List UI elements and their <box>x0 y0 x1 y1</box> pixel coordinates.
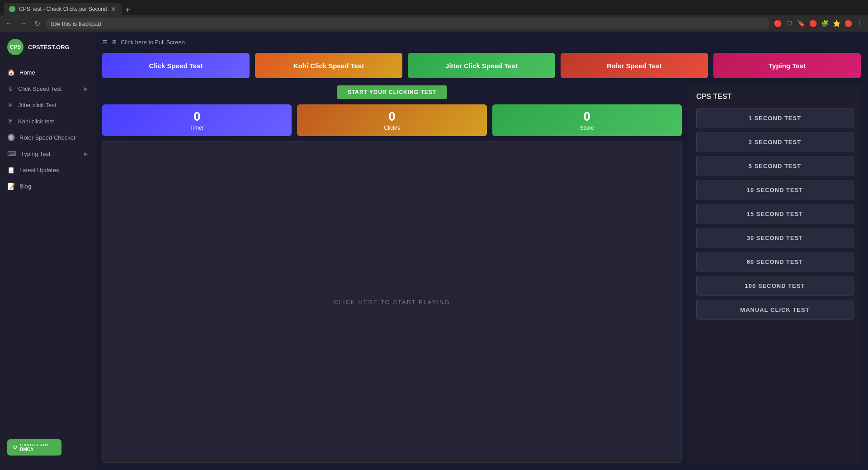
cps-test-title: CPS TEST <box>696 93 854 101</box>
timer-value: 0 <box>193 109 201 124</box>
timer-label: Timer <box>190 125 204 131</box>
dmca-badge[interactable]: 🛡 PROTECTED BY DMCA <box>7 439 61 456</box>
score-value: 0 <box>584 109 591 124</box>
keyboard-icon: ⌨ <box>7 150 16 157</box>
sidebar-item-typing[interactable]: ⌨ Typing Test ▶ <box>0 146 95 162</box>
clicks-label: Click/s <box>384 125 400 131</box>
sidebar-item-jitter-click[interactable]: 🖱 Jitter click Test <box>0 97 95 113</box>
menu-button[interactable]: ⋮ <box>855 19 864 28</box>
test-btn-manual[interactable]: MANUAL CLICK TEST <box>696 300 854 320</box>
monitor-icon: 🖥 <box>111 39 117 46</box>
nav-card-kohi[interactable]: Kohi Click Speed Test <box>255 53 402 78</box>
roler-icon: 🔘 <box>7 134 15 141</box>
click-icon-2: 🖱 <box>7 101 14 108</box>
content-topbar: ☰ 🖥 Click here to Full Screen <box>102 39 861 46</box>
nav-card-typing[interactable]: Typing Test <box>713 53 861 78</box>
sidebar-item-blog[interactable]: 📝 Blog <box>0 178 95 194</box>
test-btn-15sec[interactable]: 15 SECOND TEST <box>696 204 854 224</box>
test-area-wrapper: START YOUR CLICKING TEST 0 Timer 0 Click… <box>102 85 861 463</box>
extension-icon-4[interactable]: 🔴 <box>808 19 817 28</box>
tab-bar: CPS Test - Check Clicks per Second ✕ + <box>0 0 868 15</box>
address-bar: ← → ↻ btw this is trackpad 🔴 🛡 🔖 🔴 🧩 ⭐ 🔴… <box>0 15 868 32</box>
sidebar-item-kohi-click[interactable]: 🖱 Kohi click test <box>0 113 95 129</box>
test-btn-10sec[interactable]: 10 SECOND TEST <box>696 180 854 200</box>
sidebar-item-latest-updates[interactable]: 📋 Latest Updates <box>0 162 95 178</box>
test-btn-2sec[interactable]: 2 SECOND TEST <box>696 132 854 152</box>
extension-icon-5[interactable]: 🧩 <box>820 19 829 28</box>
browser-chrome: CPS Test - Check Clicks per Second ✕ + ←… <box>0 0 868 32</box>
tab-close-button[interactable]: ✕ <box>111 5 116 13</box>
test-btn-30sec[interactable]: 30 SECOND TEST <box>696 228 854 248</box>
logo-icon: CPS <box>7 39 24 55</box>
extension-icon-6[interactable]: ⭐ <box>832 19 841 28</box>
sidebar-footer: 🛡 PROTECTED BY DMCA <box>0 432 95 463</box>
fullscreen-link[interactable]: Click here to Full Screen <box>121 39 185 46</box>
extension-icon-7[interactable]: 🔴 <box>844 19 853 28</box>
tab-favicon <box>9 6 15 12</box>
dmca-icon: 🛡 <box>13 445 17 450</box>
sidebar-item-click-speed-test[interactable]: 🖱 Click Speed Test ▶ <box>0 80 95 97</box>
start-btn-row: START YOUR CLICKING TEST <box>102 85 682 99</box>
sidebar-logo: CPS CPSTEST.ORG <box>0 39 95 64</box>
sidebar-label-jitter: Jitter click Test <box>18 102 56 108</box>
nav-cards: Click Speed Test Kohi Click Speed Test J… <box>102 53 861 78</box>
sidebar-label-typing: Typing Test <box>21 150 51 157</box>
extension-icon-2[interactable]: 🛡 <box>785 19 794 28</box>
main-content: ☰ 🖥 Click here to Full Screen Click Spee… <box>95 32 868 470</box>
score-label: Score <box>580 125 594 131</box>
sidebar-label-roler: Roler Speed Checker <box>19 134 75 141</box>
tab-title: CPS Test - Check Clicks per Second <box>19 6 107 12</box>
sidebar-item-home[interactable]: 🏠 Home <box>0 64 95 80</box>
sidebar-label-updates: Latest Updates <box>19 167 59 174</box>
sidebar-label-kohi: Kohi click test <box>18 118 54 125</box>
test-btn-100sec[interactable]: 100 SECOND TEST <box>696 276 854 296</box>
test-area: START YOUR CLICKING TEST 0 Timer 0 Click… <box>102 85 682 463</box>
sidebar-item-roler[interactable]: 🔘 Roler Speed Checker <box>0 129 95 146</box>
test-btn-1sec[interactable]: 1 SECOND TEST <box>696 108 854 128</box>
blog-icon: 📝 <box>7 183 15 190</box>
click-area-text: CLICK HERE TO START PLAYING <box>334 299 450 306</box>
new-tab-button[interactable]: + <box>122 5 134 15</box>
clicks-value: 0 <box>388 109 396 124</box>
dmca-line2: DMCA <box>20 447 48 452</box>
chevron-icon-2: ▶ <box>84 151 88 157</box>
toolbar-icons: 🔴 🛡 🔖 🔴 🧩 ⭐ 🔴 ⋮ <box>773 19 864 28</box>
test-btn-5sec[interactable]: 5 SECOND TEST <box>696 156 854 176</box>
sidebar-nav: 🏠 Home 🖱 Click Speed Test ▶ 🖱 Jitter cli… <box>0 64 95 432</box>
nav-card-roler[interactable]: Roler Speed Test <box>561 53 708 78</box>
sidebar-label-blog: Blog <box>19 183 31 190</box>
active-tab[interactable]: CPS Test - Check Clicks per Second ✕ <box>4 3 122 15</box>
reload-button[interactable]: ↻ <box>33 18 42 30</box>
click-icon-3: 🖱 <box>7 118 14 125</box>
start-test-button[interactable]: START YOUR CLICKING TEST <box>337 85 447 99</box>
extension-icon-3[interactable]: 🔖 <box>797 19 806 28</box>
click-area[interactable]: CLICK HERE TO START PLAYING <box>102 141 682 463</box>
timer-card: 0 Timer <box>102 104 292 136</box>
logo-text: CPSTEST.ORG <box>28 44 70 51</box>
test-btn-60sec[interactable]: 60 SECOND TEST <box>696 252 854 272</box>
sidebar-left: CPS CPSTEST.ORG 🏠 Home 🖱 Click Speed Tes… <box>0 32 95 470</box>
sidebar-label-click-speed: Click Speed Test <box>18 85 62 92</box>
url-input[interactable]: btw this is trackpad <box>46 18 769 29</box>
clicks-card: 0 Click/s <box>297 104 486 136</box>
updates-icon: 📋 <box>7 166 15 174</box>
click-icon-1: 🖱 <box>7 85 14 92</box>
extension-icon-1[interactable]: 🔴 <box>773 19 782 28</box>
nav-card-jitter[interactable]: Jitter Click Speed Test <box>408 53 555 78</box>
menu-icon: ☰ <box>102 39 108 46</box>
sidebar-label-home: Home <box>19 69 35 76</box>
stats-row: 0 Timer 0 Click/s 0 Score <box>102 104 682 136</box>
dmca-line1: PROTECTED BY <box>20 443 48 447</box>
url-text: btw this is trackpad <box>51 20 101 27</box>
back-button[interactable]: ← <box>4 18 14 29</box>
home-icon: 🏠 <box>7 69 15 76</box>
sidebar-right: CPS TEST 1 SECOND TEST 2 SECOND TEST 5 S… <box>689 85 861 463</box>
nav-card-click-speed[interactable]: Click Speed Test <box>102 53 250 78</box>
forward-button[interactable]: → <box>18 18 29 29</box>
score-card: 0 Score <box>492 104 682 136</box>
chevron-icon-1: ▶ <box>84 86 88 92</box>
app-layout: CPS CPSTEST.ORG 🏠 Home 🖱 Click Speed Tes… <box>0 32 868 470</box>
